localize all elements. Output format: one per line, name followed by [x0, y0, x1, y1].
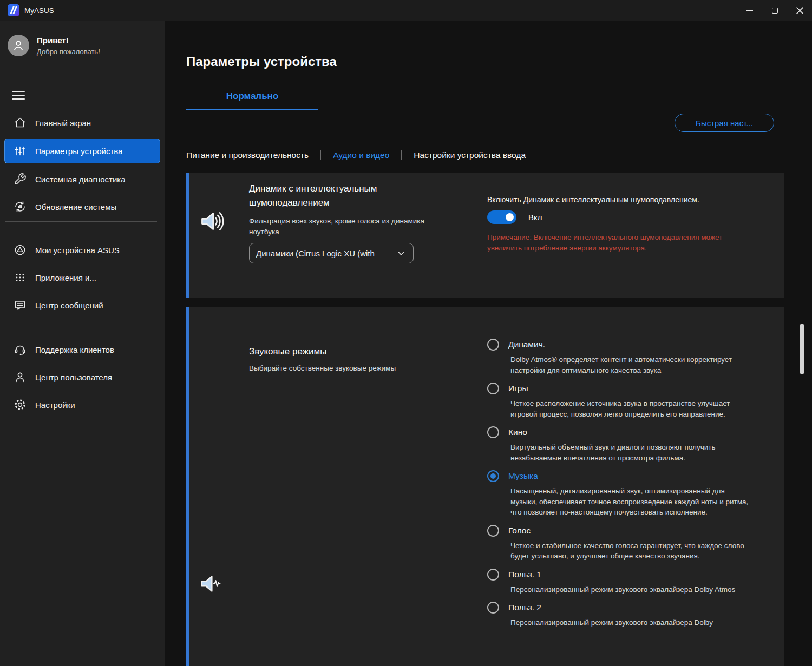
- tab-separator: [320, 150, 321, 160]
- sound-modes-title: Звуковые режимы: [249, 346, 455, 357]
- option-label: Голос: [508, 526, 531, 536]
- option-label: Динамич.: [508, 340, 545, 350]
- sidebar-item-message-center[interactable]: Центр сообщений: [4, 293, 160, 317]
- avatar: [8, 35, 29, 56]
- option-description: Виртуальный объемный звук и диалоги позв…: [510, 442, 752, 463]
- sound-mode-option-games[interactable]: Игры Четкое расположение источника звука…: [487, 383, 752, 419]
- radio-selected-icon[interactable]: [487, 470, 499, 482]
- sidebar-item-home[interactable]: Главный экран: [4, 111, 160, 135]
- page-title: Параметры устройства: [186, 54, 337, 69]
- sound-mode-option-movie[interactable]: Кино Виртуальный объемный звук и диалоги…: [487, 426, 752, 463]
- greeting-text: Привет!: [37, 36, 100, 45]
- sound-mode-option-dynamic[interactable]: Динамич. Dolby Atmos® определяет контент…: [487, 339, 752, 375]
- toggle-state-label: Вкл: [528, 213, 542, 222]
- option-description: Насыщенный, детализированный звук, оптим…: [510, 486, 752, 518]
- quick-settings-button[interactable]: Быстрая наст...: [675, 114, 774, 132]
- main-content: Параметры устройства Нормально Быстрая н…: [165, 21, 812, 666]
- sidebar-item-label: Параметры устройства: [35, 147, 122, 156]
- radio-icon[interactable]: [487, 602, 499, 614]
- asus-device-icon: [14, 243, 27, 256]
- sound-mode-option-custom-1[interactable]: Польз. 1 Персонализированный режим звуко…: [487, 569, 752, 595]
- sidebar-item-diagnostics[interactable]: Системная диагностика: [4, 167, 160, 191]
- anc-enable-label: Включить Динамик с интеллектуальным шумо…: [487, 195, 758, 204]
- sidebar-item-customer-support[interactable]: Поддержка клиентов: [4, 338, 160, 361]
- radio-icon[interactable]: [487, 426, 499, 438]
- tab-normal-mode[interactable]: Нормально: [186, 91, 318, 110]
- speaker-icon: [198, 209, 224, 234]
- sidebar-item-label: Центр сообщений: [35, 301, 103, 310]
- radio-icon[interactable]: [487, 383, 499, 394]
- maximize-icon: [772, 8, 778, 14]
- sidebar-divider: [5, 221, 157, 222]
- speaker-device-select[interactable]: Динамики (Cirrus Logic XU (with: [249, 243, 414, 263]
- close-icon: [796, 7, 803, 14]
- tab-power-performance[interactable]: Питание и производительность: [186, 150, 309, 160]
- sidebar-item-label: Обновление системы: [35, 202, 116, 212]
- headset-icon: [14, 343, 27, 356]
- sliders-icon: [14, 144, 27, 157]
- toggle-knob: [506, 213, 514, 221]
- sidebar-item-label: Мои устройства ASUS: [35, 246, 120, 255]
- title-bar: MyASUS: [0, 0, 812, 21]
- battery-note: Примечание: Включение интеллектуального …: [487, 232, 744, 253]
- sound-mode-options: Динамич. Dolby Atmos® определяет контент…: [487, 339, 752, 635]
- sidebar-item-label: Поддержка клиентов: [35, 345, 114, 354]
- option-label: Кино: [508, 427, 527, 437]
- tab-input-device-settings[interactable]: Настройки устройства ввода: [414, 150, 526, 160]
- option-description: Персонализированный режим звукового эква…: [510, 617, 752, 628]
- anc-toggle[interactable]: [487, 210, 516, 224]
- maximize-button[interactable]: [762, 0, 787, 21]
- system-update-icon: [14, 200, 27, 213]
- minimize-button[interactable]: [737, 0, 762, 21]
- sound-mode-option-voice[interactable]: Голос Четкое и стабильное качество голос…: [487, 525, 752, 562]
- sidebar-item-user-center[interactable]: Центр пользователя: [4, 365, 160, 389]
- apps-grid-icon: [14, 271, 27, 284]
- sidebar-item-label: Центр пользователя: [35, 373, 112, 382]
- wrench-icon: [14, 173, 27, 186]
- welcome-text: Добро пожаловать!: [37, 48, 100, 56]
- tab-normal-label: Нормально: [226, 91, 279, 101]
- speaker-device-value: Динамики (Cirrus Logic XU (with: [256, 249, 396, 258]
- option-label: Музыка: [508, 471, 538, 481]
- tab-separator: [538, 150, 538, 160]
- sidebar-item-label: Приложения и...: [35, 273, 96, 282]
- close-button[interactable]: [787, 0, 812, 21]
- person-icon: [11, 38, 25, 52]
- speaker-pulse-icon: [198, 572, 222, 595]
- option-description: Персонализированный режим звукового эква…: [510, 584, 752, 595]
- sidebar-item-label: Настройки: [35, 400, 75, 410]
- anc-speaker-card: Динамик с интеллектуальным шумоподавлени…: [186, 173, 784, 298]
- sidebar-item-apps[interactable]: Приложения и...: [4, 266, 160, 289]
- chevron-down-icon: [396, 248, 407, 259]
- sidebar-item-settings[interactable]: Настройки: [4, 393, 160, 417]
- sound-modes-description: Выбирайте собственные звуковые режимы: [249, 364, 455, 372]
- user-profile[interactable]: Привет! Добро пожаловать!: [8, 35, 100, 56]
- sub-tabs: Питание и производительность Аудио и вид…: [186, 150, 550, 160]
- anc-speaker-description: Фильтрация всех звуков, кроме голоса из …: [249, 216, 447, 238]
- option-description: Четкое и стабильное качество голоса гара…: [510, 540, 752, 562]
- sidebar: Привет! Добро пожаловать! Главный экран …: [0, 21, 165, 666]
- sidebar-divider: [5, 327, 157, 327]
- sound-mode-option-music[interactable]: Музыка Насыщенный, детализированный звук…: [487, 470, 752, 518]
- option-label: Игры: [508, 384, 528, 393]
- option-label: Польз. 2: [508, 603, 541, 612]
- hamburger-menu-icon[interactable]: [12, 91, 25, 102]
- option-label: Польз. 1: [508, 570, 541, 579]
- sound-mode-option-custom-2[interactable]: Польз. 2 Персонализированный режим звуко…: [487, 602, 752, 628]
- scrollbar-thumb[interactable]: [800, 324, 804, 374]
- sidebar-item-my-asus-devices[interactable]: Мои устройства ASUS: [4, 238, 160, 262]
- sidebar-item-label: Системная диагностика: [35, 175, 126, 184]
- sound-modes-card: Звуковые режимы Выбирайте собственные зв…: [186, 307, 784, 666]
- option-description: Dolby Atmos® определяет контент и автома…: [510, 354, 752, 375]
- sidebar-item-label: Главный экран: [35, 118, 91, 128]
- sidebar-item-system-update[interactable]: Обновление системы: [4, 195, 160, 219]
- sidebar-item-device-settings[interactable]: Параметры устройства: [4, 139, 160, 163]
- radio-icon[interactable]: [487, 569, 499, 581]
- radio-icon[interactable]: [487, 339, 499, 351]
- message-center-icon: [14, 299, 27, 312]
- option-description: Четкое расположение источника звука в пр…: [510, 398, 752, 419]
- user-icon: [14, 371, 27, 384]
- tab-audio-video[interactable]: Аудио и видео: [333, 150, 389, 160]
- radio-icon[interactable]: [487, 525, 499, 537]
- gear-icon: [14, 398, 27, 411]
